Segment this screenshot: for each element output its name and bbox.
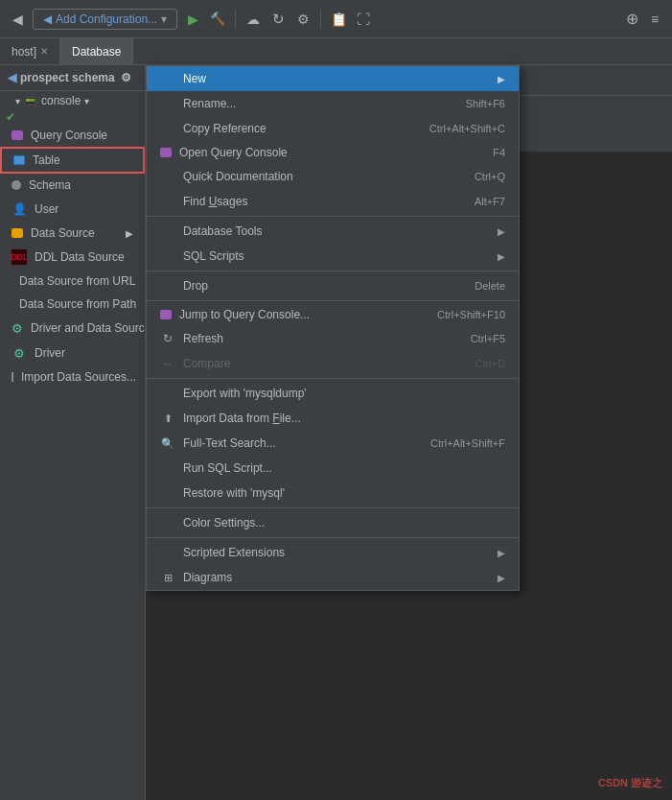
copy-ref-shortcut: Ctrl+Alt+Shift+C bbox=[429, 123, 505, 134]
content-area: + ⧉ ↻ ⇄ ■ ⊞ ✏ 🖼 ▼ ▼ ▷ @localhost 1 of 20… bbox=[146, 65, 672, 800]
context-menu-item-jump-qc[interactable]: Jump to Query Console... Ctrl+Shift+F10 bbox=[147, 303, 519, 326]
run-sql-label: Run SQL Script... bbox=[183, 461, 272, 475]
driver-ds-icon: ⚙ bbox=[12, 320, 23, 336]
context-menu-item-new[interactable]: New ▶ bbox=[147, 66, 519, 91]
layout-icon[interactable]: 📋 bbox=[329, 10, 348, 29]
new-arrow-icon: ▶ bbox=[498, 74, 505, 84]
config-dropdown-icon: ▾ bbox=[161, 12, 167, 26]
context-menu-item-diagrams[interactable]: ⊞ Diagrams ▶ bbox=[147, 565, 519, 590]
fulltext-search-icon: 🔍 bbox=[160, 435, 175, 451]
left-menu-item-ds-path[interactable]: Data Source from Path bbox=[0, 293, 145, 316]
query-console-label: Query Console bbox=[31, 129, 107, 142]
tab-host[interactable]: host] ✕ bbox=[0, 38, 60, 64]
diagrams-arrow: ▶ bbox=[498, 573, 505, 583]
context-menu-item-open-qc[interactable]: Open Query Console F4 bbox=[147, 141, 519, 164]
console-icon: 📟 bbox=[24, 95, 37, 107]
context-menu-item-scripted-ext[interactable]: Scripted Extensions ▶ bbox=[147, 540, 519, 565]
context-menu-item-find-usages[interactable]: Find Usages Alt+F7 bbox=[147, 189, 519, 214]
new-icon bbox=[160, 71, 175, 86]
context-menu-item-import-file[interactable]: ⬆ Import Data from File... bbox=[147, 406, 519, 431]
schema-icon bbox=[12, 180, 21, 190]
context-menu-item-refresh[interactable]: ↻ Refresh Ctrl+F5 bbox=[147, 326, 519, 351]
expand-icon[interactable]: ⛶ bbox=[354, 10, 373, 29]
sql-scripts-arrow: ▶ bbox=[498, 251, 505, 262]
context-menu-item-quick-doc[interactable]: Quick Documentation Ctrl+Q bbox=[147, 164, 519, 189]
context-menu-item-compare: ↔ Compare Ctrl+D bbox=[147, 351, 519, 376]
left-menu-item-driver-ds[interactable]: ⚙ Driver and Data Source bbox=[0, 316, 145, 341]
tab-database[interactable]: Database bbox=[60, 38, 133, 64]
fulltext-search-label: Full-Text Search... bbox=[183, 436, 276, 450]
settings-icon[interactable]: ⚙ bbox=[293, 10, 313, 29]
export-mysqldump-label: Export with 'mysqldump' bbox=[183, 387, 307, 400]
db-tree-area: ✔ Query Console Table Schema 👤 User Data… bbox=[0, 110, 145, 800]
back-icon[interactable]: ◀ bbox=[8, 10, 27, 29]
driver-label: Driver bbox=[35, 346, 65, 360]
left-menu-item-import[interactable]: Import Data Sources... bbox=[0, 365, 145, 388]
quick-doc-icon bbox=[160, 169, 175, 184]
context-menu-item-sql-scripts[interactable]: SQL Scripts ▶ bbox=[147, 244, 519, 269]
jump-qc-label: Jump to Query Console... bbox=[179, 308, 310, 321]
scripted-ext-icon bbox=[160, 545, 175, 560]
sql-scripts-icon bbox=[160, 248, 175, 264]
open-qc-shortcut: F4 bbox=[493, 147, 505, 158]
left-menu-item-table[interactable]: Table bbox=[0, 147, 145, 174]
export-mysqldump-icon bbox=[160, 386, 175, 401]
import-icon bbox=[12, 372, 13, 382]
add-icon[interactable]: ⊕ bbox=[622, 10, 641, 29]
left-menu-item-user[interactable]: 👤 User bbox=[0, 197, 145, 222]
menu-sep-2 bbox=[147, 271, 519, 271]
context-menu-item-copy-ref[interactable]: Copy Reference Ctrl+Alt+Shift+C bbox=[147, 116, 519, 141]
run-sql-icon bbox=[160, 460, 175, 476]
context-menu-item-rename[interactable]: Rename... Shift+F6 bbox=[147, 91, 519, 116]
compare-label: Compare bbox=[183, 357, 230, 370]
sql-scripts-label: SQL Scripts bbox=[183, 249, 244, 263]
menu-icon[interactable]: ≡ bbox=[645, 10, 664, 29]
update-icon[interactable]: ↻ bbox=[268, 10, 288, 29]
context-menu-item-restore-mysql[interactable]: Restore with 'mysql' bbox=[147, 481, 519, 506]
compare-shortcut: Ctrl+D bbox=[475, 358, 505, 369]
context-menu-item-fulltext-search[interactable]: 🔍 Full-Text Search... Ctrl+Alt+Shift+F bbox=[147, 431, 519, 456]
add-config-button[interactable]: ◀ Add Configuration... ▾ bbox=[33, 9, 177, 30]
jump-qc-icon bbox=[160, 310, 172, 319]
ddl-icon: DDL bbox=[12, 249, 27, 265]
build-icon[interactable]: 🔨 bbox=[208, 10, 227, 29]
left-menu-item-data-source[interactable]: Data Source ▶ bbox=[0, 222, 145, 245]
left-menu-item-driver[interactable]: ⚙ Driver bbox=[0, 341, 145, 365]
left-menu-item-ddl[interactable]: DDL DDL Data Source bbox=[0, 245, 145, 270]
drop-shortcut: Delete bbox=[475, 280, 505, 292]
coverage-icon[interactable]: ☁ bbox=[243, 10, 263, 29]
drop-label: Drop bbox=[183, 279, 208, 293]
context-menu-item-db-tools[interactable]: Database Tools ▶ bbox=[147, 219, 519, 244]
top-toolbar: ◀ ◀ Add Configuration... ▾ ▶ 🔨 ☁ ↻ ⚙ 📋 ⛶… bbox=[0, 0, 672, 38]
diagrams-label: Diagrams bbox=[183, 571, 232, 584]
context-menu-item-run-sql[interactable]: Run SQL Script... bbox=[147, 456, 519, 481]
toolbar-separator-1 bbox=[235, 10, 236, 29]
run-icon[interactable]: ▶ bbox=[183, 10, 202, 29]
table-label: Table bbox=[33, 153, 60, 167]
config-arrow-icon: ◀ bbox=[43, 12, 52, 26]
left-menu-item-ds-url[interactable]: Data Source from URL bbox=[0, 270, 145, 293]
gear-icon[interactable]: ⚙ bbox=[121, 71, 131, 84]
context-menu-item-color-settings[interactable]: Color Settings... bbox=[147, 510, 519, 535]
left-menu-item-schema[interactable]: Schema bbox=[0, 174, 145, 197]
driver-ds-label: Driver and Data Source bbox=[31, 321, 145, 335]
find-usages-shortcut: Alt+F7 bbox=[475, 196, 505, 207]
console-arrow: ▾ bbox=[84, 96, 89, 106]
main-area: ◀ prospect schema ⚙ ▾ 📟 console ▾ ✔ Quer… bbox=[0, 65, 672, 800]
context-menu-item-export-mysqldump[interactable]: Export with 'mysqldump' bbox=[147, 381, 519, 406]
query-console-icon bbox=[12, 130, 23, 140]
console-toggle-row: ▾ 📟 console ▾ bbox=[0, 91, 145, 110]
left-menu-item-query-console[interactable]: Query Console bbox=[0, 124, 145, 147]
color-settings-label: Color Settings... bbox=[183, 516, 265, 529]
console-label[interactable]: console bbox=[41, 94, 81, 107]
tab-bar: host] ✕ Database bbox=[0, 38, 672, 65]
menu-sep-3 bbox=[147, 300, 519, 301]
find-usages-icon bbox=[160, 194, 175, 209]
restore-mysql-icon bbox=[160, 485, 175, 501]
add-config-label: Add Configuration... bbox=[56, 12, 157, 26]
schema-label: Schema bbox=[29, 178, 71, 192]
scripted-ext-arrow: ▶ bbox=[498, 548, 505, 558]
context-menu-item-drop[interactable]: Drop Delete bbox=[147, 273, 519, 298]
ddl-label: DDL Data Source bbox=[35, 250, 125, 264]
tab-host-close[interactable]: ✕ bbox=[40, 46, 48, 57]
